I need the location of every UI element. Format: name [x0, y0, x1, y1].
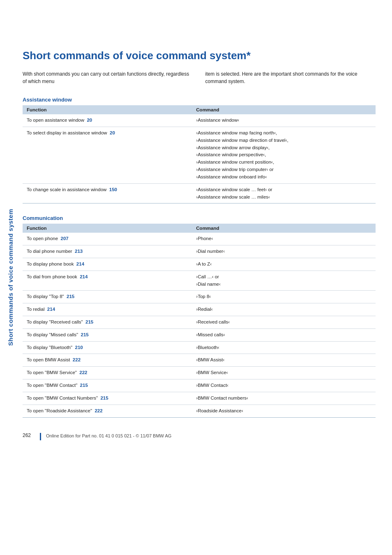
function-cell: To open assistance window 20 — [23, 114, 192, 127]
page-ref: 210 — [75, 345, 83, 350]
table-row: To open "BMW Contact" 215›BMW Contact‹ — [23, 379, 376, 392]
function-cell: To open phone 207 — [23, 233, 192, 245]
page-ref: 150 — [109, 187, 117, 192]
sidebar-label: Short commands of voice command system — [7, 209, 14, 346]
table-row: To display phone book 214›A to Z‹ — [23, 258, 376, 271]
page-ref: 222 — [73, 357, 81, 362]
function-cell: To display phone book 214 — [23, 258, 192, 271]
communication-col2-header: Command — [192, 224, 376, 233]
intro-right: item is selected. Here are the important… — [205, 70, 376, 85]
page-ref: 214 — [76, 261, 84, 266]
intro-left: With short commands you can carry out ce… — [23, 70, 193, 85]
command-cell: ›A to Z‹ — [192, 258, 376, 271]
table-row: To open "BMW Service" 222›BMW Service‹ — [23, 367, 376, 379]
assistance-heading: Assistance window — [23, 97, 376, 103]
page-ref: 213 — [75, 249, 83, 254]
command-cell: ›BMW Service‹ — [192, 367, 376, 379]
page-ref: 20 — [87, 118, 92, 123]
command-cell: ›Assistance window scale … feet‹ or ›Ass… — [192, 183, 376, 204]
function-cell: To open "BMW Contact Numbers" 215 — [23, 392, 192, 405]
command-cell: ›Received calls‹ — [192, 316, 376, 329]
page-ref: 214 — [47, 307, 55, 312]
function-cell: To display "Received calls" 215 — [23, 316, 192, 329]
page-ref: 215 — [67, 294, 74, 299]
table-row: To open phone 207›Phone‹ — [23, 233, 376, 245]
table-row: To display "Top 8" 215›Top 8‹ — [23, 291, 376, 303]
table-row: To open BMW Assist 222›BMW Assist‹ — [23, 354, 376, 367]
page-footer: 262 Online Edition for Part no. 01 41 0 … — [23, 430, 392, 440]
main-content: Short commands of voice command system* … — [23, 0, 376, 418]
page-ref: 215 — [80, 383, 88, 388]
table-row: To redial 214›Redial‹ — [23, 303, 376, 316]
command-cell: ›BMW Contact‹ — [192, 379, 376, 392]
command-cell: ›BMW Contact numbers‹ — [192, 392, 376, 405]
function-cell: To dial phone number 213 — [23, 245, 192, 258]
table-row: To change scale in assistance window 150… — [23, 183, 376, 204]
assistance-col1-header: Function — [23, 105, 192, 114]
function-cell: To display "Bluetooth" 210 — [23, 341, 192, 354]
function-cell: To change scale in assistance window 150 — [23, 183, 192, 204]
page-title: Short commands of voice command system* — [23, 49, 376, 62]
page-ref: 222 — [95, 408, 102, 413]
table-row: To display "Received calls" 215›Received… — [23, 316, 376, 329]
command-cell: ›Bluetooth‹ — [192, 341, 376, 354]
page-ref: 214 — [80, 274, 88, 279]
command-cell: ›BMW Assist‹ — [192, 354, 376, 367]
command-cell: ›Phone‹ — [192, 233, 376, 245]
page-ref: 222 — [79, 370, 87, 375]
table-row: To dial phone number 213›Dial number‹ — [23, 245, 376, 258]
function-cell: To open "Roadside Assistance" 222 — [23, 405, 192, 417]
command-cell: ›Redial‹ — [192, 303, 376, 316]
communication-table: Function Command To open phone 207›Phone… — [23, 224, 376, 417]
function-cell: To dial from phone book 214 — [23, 271, 192, 291]
command-cell: ›Assistance window map facing north‹, ›A… — [192, 127, 376, 184]
table-row: To open assistance window 20›Assistance … — [23, 114, 376, 127]
function-cell: To redial 214 — [23, 303, 192, 316]
page-ref: 215 — [85, 319, 93, 324]
sidebar: Short commands of voice command system — [0, 0, 21, 555]
function-cell: To display "Top 8" 215 — [23, 291, 192, 303]
table-row: To open "Roadside Assistance" 222›Roadsi… — [23, 405, 376, 417]
table-row: To select display in assistance window 2… — [23, 127, 376, 184]
command-cell: ›Roadside Assistance‹ — [192, 405, 376, 417]
assistance-col2-header: Command — [192, 105, 376, 114]
table-row: To open "BMW Contact Numbers" 215›BMW Co… — [23, 392, 376, 405]
page-ref: 20 — [110, 130, 115, 135]
footer-text: Online Edition for Part no. 01 41 0 015 … — [46, 432, 171, 440]
command-cell: ›Missed calls‹ — [192, 328, 376, 341]
communication-col1-header: Function — [23, 224, 192, 233]
function-cell: To display "Missed calls" 215 — [23, 328, 192, 341]
footer-bar — [40, 433, 41, 440]
command-cell: ›Dial number‹ — [192, 245, 376, 258]
command-cell: ›Top 8‹ — [192, 291, 376, 303]
table-row: To display "Bluetooth" 210›Bluetooth‹ — [23, 341, 376, 354]
assistance-table: Function Command To open assistance wind… — [23, 105, 376, 204]
function-cell: To open BMW Assist 222 — [23, 354, 192, 367]
page-number: 262 — [23, 432, 35, 438]
page-ref: 215 — [100, 395, 108, 400]
command-cell: ›Call …‹ or ›Dial name‹ — [192, 271, 376, 291]
page-ref: 207 — [61, 236, 69, 241]
function-cell: To select display in assistance window 2… — [23, 127, 192, 184]
intro-section: With short commands you can carry out ce… — [23, 70, 376, 85]
table-row: To dial from phone book 214›Call …‹ or ›… — [23, 271, 376, 291]
function-cell: To open "BMW Contact" 215 — [23, 379, 192, 392]
command-cell: ›Assistance window‹ — [192, 114, 376, 127]
function-cell: To open "BMW Service" 222 — [23, 367, 192, 379]
page-ref: 215 — [81, 332, 89, 337]
table-row: To display "Missed calls" 215›Missed cal… — [23, 328, 376, 341]
communication-heading: Communication — [23, 215, 376, 221]
